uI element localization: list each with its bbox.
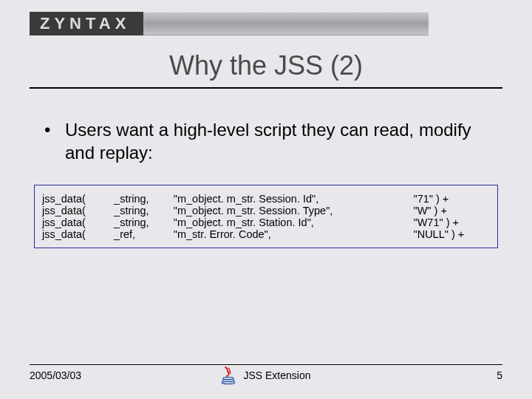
svg-point-1 [222,379,234,381]
code-row: jss_data( _string, "m_object. m_str. Sta… [39,216,493,228]
logo-strip [143,12,429,35]
title-container: Why the JSS (2) [30,50,502,89]
logo-text: ZYNTAX [30,12,143,35]
code-path: "m_object. m_str. Station. Id", [171,216,411,228]
code-val: "W71" ) + [411,216,493,228]
java-logo-icon [221,366,236,385]
slide: ZYNTAX Why the JSS (2) Users want a high… [0,0,532,399]
code-row: jss_data( _string, "m_object. m_str. Ses… [39,205,493,216]
code-type: _ref, [111,228,171,240]
code-path: "m_str. Error. Code", [171,228,411,240]
code-fn: jss_data( [39,216,111,228]
code-path: "m_object. m_str. Session. Type", [171,205,411,216]
code-fn: jss_data( [39,205,111,216]
code-path: "m_object. m_str. Session. Id", [171,193,411,205]
code-val: "71" ) + [411,193,493,205]
bullet-text: Users want a high-level script they can … [44,118,502,164]
code-row: jss_data( _ref, "m_str. Error. Code", "N… [39,228,493,240]
page-number: 5 [497,369,502,381]
svg-point-2 [222,381,236,383]
code-type: _string, [111,205,171,216]
footer: 2005/03/03 JSS Extension 5 [30,364,502,381]
code-fn: jss_data( [39,228,111,240]
code-type: _string, [111,193,171,205]
code-table: jss_data( _string, "m_object. m_str. Ses… [39,193,493,240]
code-type: _string, [111,216,171,228]
code-val: "W" ) + [411,205,493,216]
footer-date: 2005/03/03 [30,369,81,381]
footer-center: JSS Extension [30,366,502,385]
logo-bar: ZYNTAX [30,12,429,35]
code-fn: jss_data( [39,193,111,205]
body: Users want a high-level script they can … [44,118,502,164]
svg-point-0 [223,377,233,379]
slide-title: Why the JSS (2) [30,50,502,81]
code-row: jss_data( _string, "m_object. m_str. Ses… [39,193,493,205]
code-box: jss_data( _string, "m_object. m_str. Ses… [34,185,498,248]
footer-center-label: JSS Extension [243,369,310,381]
code-val: "NULL" ) + [411,228,493,240]
